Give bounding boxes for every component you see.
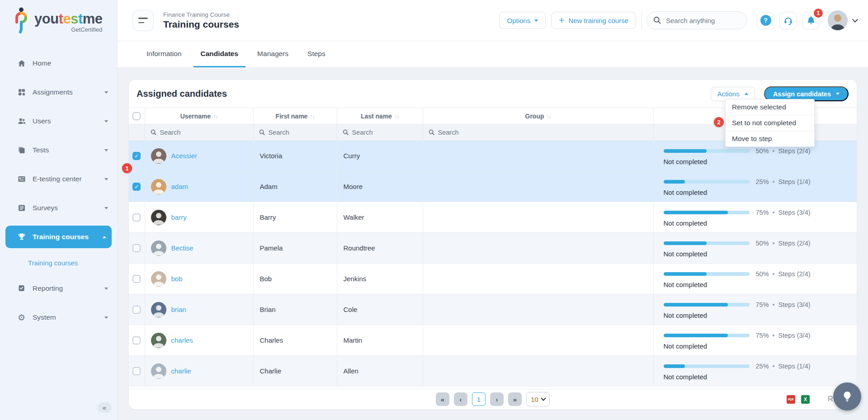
column-header-first-name[interactable]: First name (253, 108, 337, 124)
options-label: Options (507, 17, 530, 24)
support-button[interactable] (779, 12, 797, 29)
actions-label: Actions (717, 90, 740, 98)
last-name-cell: Allen (337, 356, 423, 387)
row-checkbox[interactable] (132, 183, 141, 191)
username-search-input[interactable] (160, 129, 247, 136)
row-checkbox[interactable] (132, 367, 141, 375)
tab-information[interactable]: Information (139, 41, 189, 67)
candidate-row: charles Charles Martin 75%Steps (3/4) No… (129, 325, 857, 356)
sidebar-item-label: Users (33, 117, 51, 125)
group-cell (423, 294, 653, 325)
first-name-search-input[interactable] (269, 129, 335, 136)
username-link[interactable]: brian (171, 306, 186, 313)
menu-item-remove-selected[interactable]: Remove selected (726, 99, 814, 115)
progress-cell: 75%Steps (3/4) Not completed (654, 331, 857, 350)
profile-chevron-icon[interactable] (852, 17, 858, 23)
pagination-bar: « ‹ 1 › » 10 PDF X R (129, 389, 857, 409)
sidebar-item-reporting[interactable]: Reporting (0, 274, 117, 303)
row-checkbox[interactable] (132, 306, 141, 314)
e-testing-icon (17, 175, 26, 184)
course-tabs: Information Candidates Managers Steps (118, 41, 868, 68)
select-all-checkbox[interactable] (132, 112, 141, 120)
next-page-button[interactable]: › (490, 392, 504, 406)
row-checkbox[interactable] (132, 244, 141, 252)
progress-cell: 75%Steps (3/4) Not completed (654, 208, 857, 227)
sidebar-item-surveys[interactable]: Surveys (0, 193, 117, 222)
avatar (151, 363, 166, 379)
menu-item-set-to-not-completed[interactable]: Set to not completed (726, 115, 814, 131)
search-input[interactable] (646, 11, 747, 29)
tab-candidates[interactable]: Candidates (193, 41, 246, 67)
help-lightbulb-button[interactable] (833, 382, 861, 411)
tab-managers[interactable]: Managers (250, 41, 296, 67)
row-checkbox[interactable] (132, 275, 141, 283)
sidebar-collapse-button[interactable]: « (97, 402, 112, 413)
chevron-up-icon (745, 93, 748, 95)
column-header-last-name[interactable]: Last name (337, 108, 423, 124)
sidebar-item-tests[interactable]: Tests (0, 136, 117, 165)
page-size-select[interactable]: 10 (526, 392, 550, 406)
menu-toggle-button[interactable] (132, 10, 154, 31)
sidebar-item-e-testing-center[interactable]: E-testing center (0, 165, 117, 193)
prev-page-button[interactable]: ‹ (454, 392, 467, 406)
username-link[interactable]: Acessier (171, 152, 198, 160)
sidebar-subitem-training-courses[interactable]: Training courses (0, 251, 117, 274)
row-checkbox[interactable] (132, 213, 141, 222)
user-avatar[interactable] (828, 10, 848, 30)
dot-separator (773, 270, 775, 278)
tab-steps[interactable]: Steps (300, 41, 333, 67)
status-label: Not completed (664, 219, 857, 227)
current-page-button[interactable]: 1 (472, 392, 486, 406)
export-pdf-icon[interactable]: PDF (787, 395, 795, 404)
sort-icon[interactable] (310, 113, 314, 120)
home-icon (17, 59, 26, 68)
sort-icon[interactable] (394, 113, 399, 120)
username-link[interactable]: Bectise (171, 244, 193, 252)
group-search-input[interactable] (438, 129, 629, 136)
last-name-cell: Roundtree (337, 233, 423, 264)
username-link[interactable]: bob (171, 275, 183, 283)
notifications-button[interactable]: 1 (802, 12, 820, 29)
row-checkbox[interactable] (132, 336, 141, 344)
new-training-course-button[interactable]: + New training course (551, 12, 636, 29)
column-header-group[interactable]: Group (423, 108, 653, 124)
options-button[interactable]: Options (499, 12, 546, 29)
help-button[interactable]: ? (757, 12, 774, 29)
progress-bar (664, 272, 750, 276)
username-link[interactable]: charlie (171, 367, 191, 375)
progress-cell: 50%Steps (2/4) Not completed (654, 146, 857, 165)
question-mark-icon: ? (760, 15, 771, 26)
menu-item-move-to-step[interactable]: Move to step (726, 131, 814, 146)
first-page-button[interactable]: « (436, 392, 449, 406)
export-excel-icon[interactable]: X (801, 395, 810, 404)
username-link[interactable]: adam (171, 183, 189, 190)
sort-icon[interactable] (213, 113, 217, 120)
username-link[interactable]: barry (171, 213, 187, 221)
username-link[interactable]: charles (171, 336, 193, 344)
last-page-button[interactable]: » (508, 392, 522, 406)
steps-label: Steps (3/4) (778, 209, 811, 216)
column-header-username[interactable]: Username (145, 108, 253, 124)
logo-tagline: GetCertified (34, 26, 103, 33)
sort-icon[interactable] (547, 113, 551, 120)
header-divider (642, 12, 642, 29)
sidebar-item-training-courses[interactable]: Training courses (5, 226, 112, 248)
first-name-cell: Victoria (253, 141, 337, 171)
avatar (151, 302, 166, 317)
chevron-down-icon (104, 316, 108, 319)
search-icon (259, 129, 265, 135)
progress-cell: 25%Steps (1/4) Not completed (654, 362, 857, 381)
sidebar-item-assignments[interactable]: Assignments (0, 78, 117, 107)
sidebar-item-users[interactable]: Users (0, 107, 117, 136)
status-label: Not completed (664, 250, 857, 258)
row-checkbox[interactable] (132, 152, 141, 160)
last-name-search-input[interactable] (352, 129, 420, 136)
actions-dropdown-menu: Remove selected Set to not completed Mov… (725, 99, 815, 147)
notification-badge: 1 (814, 9, 823, 18)
status-label: Not completed (664, 342, 857, 350)
sidebar-item-home[interactable]: Home (0, 49, 117, 78)
progress-bar (664, 180, 750, 184)
avatar (151, 241, 166, 256)
global-search (646, 11, 747, 29)
sidebar-item-system[interactable]: ⚙ System (0, 303, 117, 332)
